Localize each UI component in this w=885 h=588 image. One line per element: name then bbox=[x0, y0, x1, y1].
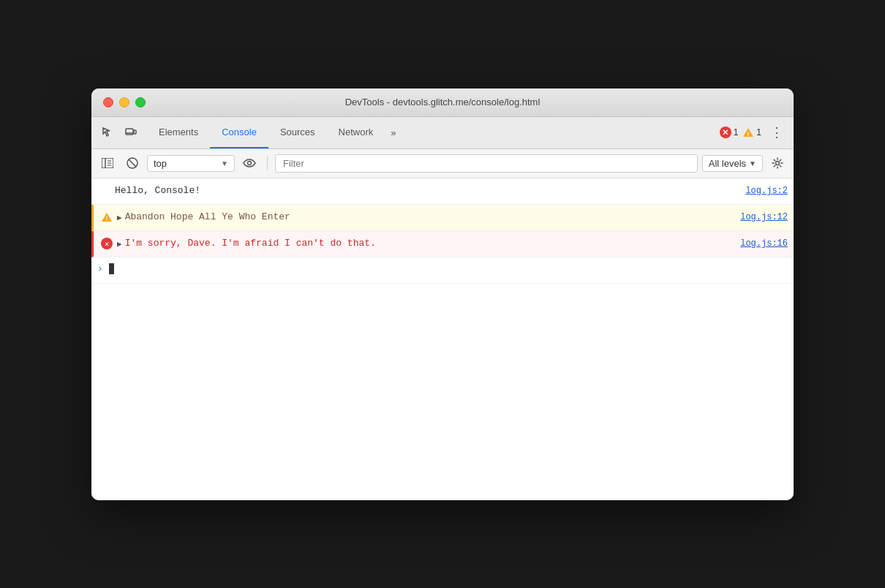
levels-value: All levels bbox=[709, 158, 746, 169]
maximize-button[interactable] bbox=[135, 97, 146, 108]
settings-icon bbox=[772, 157, 783, 169]
tabs-bar: Elements Console Sources Network » ✕ 1 bbox=[91, 117, 794, 149]
warning-badge[interactable]: ! 1 bbox=[742, 127, 761, 138]
svg-rect-0 bbox=[126, 129, 133, 135]
console-message-info: Hello, Console! bbox=[115, 184, 739, 198]
window-title: DevTools - devtools.glitch.me/console/lo… bbox=[345, 97, 541, 108]
live-expressions-button[interactable] bbox=[239, 153, 260, 173]
error-icon: ✕ bbox=[720, 127, 731, 138]
svg-rect-1 bbox=[134, 130, 136, 134]
error-circle-icon: ✕ bbox=[101, 238, 113, 249]
filter-input[interactable] bbox=[275, 154, 698, 173]
tab-network[interactable]: Network bbox=[327, 117, 385, 148]
log-levels-selector[interactable]: All levels ▼ bbox=[702, 155, 763, 172]
console-source-info[interactable]: log.js:2 bbox=[745, 186, 788, 196]
console-message-warning: Abandon Hope All Ye Who Enter bbox=[125, 210, 735, 225]
devtools-window: DevTools - devtools.glitch.me/console/lo… bbox=[91, 88, 794, 500]
eye-icon bbox=[243, 159, 256, 167]
svg-point-13 bbox=[776, 162, 780, 165]
warning-triangle-icon: ! bbox=[101, 212, 113, 222]
svg-point-12 bbox=[248, 162, 252, 165]
tab-sources[interactable]: Sources bbox=[268, 117, 327, 148]
context-selector[interactable]: top ▼ bbox=[147, 155, 235, 172]
clear-console-button[interactable] bbox=[122, 153, 143, 173]
toolbar-divider bbox=[267, 156, 268, 170]
error-badge[interactable]: ✕ 1 bbox=[720, 127, 739, 138]
tabs-right-area: ✕ 1 ! 1 ⋮ bbox=[720, 121, 788, 143]
console-source-error[interactable]: log.js:16 bbox=[740, 238, 788, 249]
svg-text:!: ! bbox=[105, 215, 109, 222]
title-bar: DevTools - devtools.glitch.me/console/lo… bbox=[91, 88, 794, 117]
console-output: Hello, Console! log.js:2 ! ▶ Abandon Hop… bbox=[91, 178, 794, 500]
error-count: 1 bbox=[734, 127, 739, 137]
warning-expand-icon[interactable]: ▶ bbox=[117, 213, 122, 222]
levels-arrow-icon: ▼ bbox=[749, 159, 756, 167]
sidebar-toggle-button[interactable] bbox=[97, 153, 118, 173]
warning-row-icon: ! bbox=[99, 212, 114, 222]
console-message-error: I'm sorry, Dave. I'm afraid I can't do t… bbox=[125, 236, 735, 251]
tab-icons bbox=[97, 122, 141, 143]
inspect-icon bbox=[102, 127, 113, 138]
svg-text:!: ! bbox=[747, 131, 750, 137]
cursor bbox=[109, 263, 114, 274]
warning-icon: ! bbox=[742, 127, 754, 138]
error-expand-icon[interactable]: ▶ bbox=[117, 239, 122, 249]
device-icon-button[interactable] bbox=[121, 122, 141, 143]
clear-icon bbox=[127, 157, 138, 169]
tab-console[interactable]: Console bbox=[210, 117, 268, 148]
tab-more-button[interactable]: » bbox=[385, 117, 402, 148]
console-row-info: Hello, Console! log.js:2 bbox=[91, 178, 794, 205]
sidebar-icon bbox=[102, 158, 113, 168]
device-icon bbox=[125, 127, 137, 138]
console-row-error: ✕ ▶ I'm sorry, Dave. I'm afraid I can't … bbox=[91, 231, 794, 257]
console-settings-button[interactable] bbox=[767, 153, 788, 173]
console-input-row: › bbox=[91, 257, 794, 284]
svg-line-11 bbox=[129, 159, 136, 167]
close-button[interactable] bbox=[103, 97, 113, 108]
warning-count: 1 bbox=[756, 127, 761, 137]
tab-elements[interactable]: Elements bbox=[147, 117, 210, 148]
inspect-icon-button[interactable] bbox=[97, 122, 118, 143]
console-source-warning[interactable]: log.js:12 bbox=[740, 212, 788, 222]
prompt-icon: › bbox=[97, 263, 103, 274]
console-toolbar: top ▼ All levels ▼ bbox=[91, 149, 794, 178]
context-value: top bbox=[154, 158, 218, 169]
more-options-button[interactable]: ⋮ bbox=[766, 121, 788, 143]
console-row-warning: ! ▶ Abandon Hope All Ye Who Enter log.js… bbox=[91, 205, 794, 231]
context-arrow-icon: ▼ bbox=[221, 159, 228, 167]
main-tabs: Elements Console Sources Network » bbox=[147, 117, 720, 148]
error-row-icon: ✕ bbox=[99, 238, 114, 249]
traffic-lights bbox=[103, 97, 146, 108]
minimize-button[interactable] bbox=[119, 97, 129, 108]
